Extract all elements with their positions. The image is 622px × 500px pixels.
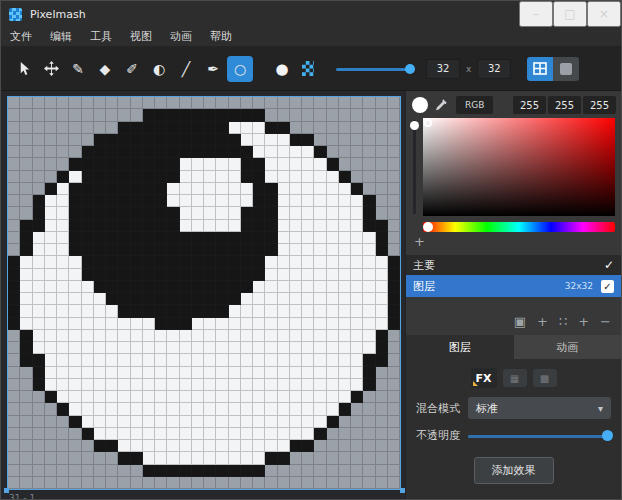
layer-options-button[interactable]: ∷: [559, 315, 567, 328]
tab-layers[interactable]: 图层: [406, 335, 514, 359]
pixel: [363, 146, 375, 158]
pixel: [20, 354, 32, 366]
add-effect-button[interactable]: 添加效果: [474, 457, 554, 484]
pixel: [180, 318, 192, 330]
dither-pattern-button[interactable]: [296, 57, 320, 81]
pixel: [118, 281, 130, 293]
pixel: [131, 428, 143, 440]
pixel-canvas[interactable]: [7, 96, 401, 490]
pixel: [290, 293, 302, 305]
tool-pen[interactable]: ✒: [200, 56, 226, 82]
pixel: [167, 330, 179, 342]
color-cursor[interactable]: [424, 119, 432, 127]
pixel: [376, 330, 388, 342]
slider-knob[interactable]: [405, 64, 415, 74]
color-mode-button[interactable]: RGB: [456, 96, 493, 114]
minimize-button[interactable]: –: [519, 1, 553, 27]
fill-color-button[interactable]: ●: [270, 57, 294, 81]
pixel: [314, 428, 326, 440]
menu-item-view[interactable]: 视图: [121, 27, 161, 46]
pixel: [20, 342, 32, 354]
pixel: [180, 183, 192, 195]
pixel: [339, 134, 351, 146]
opacity-slider[interactable]: [468, 429, 611, 443]
fx-button[interactable]: FX: [471, 368, 497, 388]
pixel: [229, 318, 241, 330]
pixel: [167, 305, 179, 317]
menu-item-file[interactable]: 文件: [1, 27, 41, 46]
tool-move[interactable]: [38, 56, 64, 82]
green-value-field[interactable]: 255: [548, 96, 581, 114]
add-swatch-button[interactable]: +: [414, 235, 425, 248]
tool-brush[interactable]: ✐: [119, 56, 145, 82]
hue-knob[interactable]: [423, 222, 433, 232]
layer-row-selected[interactable]: 图层 32x32 ✓: [406, 275, 621, 297]
pixel: [45, 195, 57, 207]
effect-pattern-button[interactable]: ▩: [533, 369, 557, 387]
menu-item-edit[interactable]: 编辑: [41, 27, 81, 46]
effect-grid-button[interactable]: ▦: [503, 369, 527, 387]
pixel: [118, 293, 130, 305]
pixel: [351, 428, 363, 440]
solid-circle-icon: ●: [275, 60, 288, 78]
add-layer-button[interactable]: +: [537, 315, 548, 328]
pixel: [131, 195, 143, 207]
pixel: [57, 195, 69, 207]
pixel: [69, 109, 81, 121]
tool-fill[interactable]: ◐: [146, 56, 172, 82]
pixel: [265, 452, 277, 464]
canvas-width-input[interactable]: [426, 59, 460, 79]
pixel: [302, 330, 314, 342]
brightness-slider[interactable]: [410, 118, 419, 216]
pixel: [216, 354, 228, 366]
tool-select[interactable]: [11, 56, 37, 82]
pixel: [118, 244, 130, 256]
pixel: [106, 220, 118, 232]
maximize-button[interactable]: □: [553, 1, 587, 27]
menu-item-animation[interactable]: 动画: [161, 27, 201, 46]
pixel: [131, 391, 143, 403]
close-button[interactable]: ×: [587, 1, 621, 27]
eyedropper-button[interactable]: [433, 97, 449, 113]
saturation-value-box[interactable]: [423, 118, 615, 216]
tab-animation[interactable]: 动画: [514, 335, 622, 359]
duplicate-layer-button[interactable]: ▣: [514, 315, 526, 328]
pixel: [241, 122, 253, 134]
blend-mode-select[interactable]: 标准 ▾: [468, 397, 611, 419]
pixel: [204, 195, 216, 207]
pixel: [8, 97, 20, 109]
pixel: [8, 269, 20, 281]
pixel: [131, 305, 143, 317]
current-color-swatch[interactable]: [412, 97, 428, 113]
canvas-height-input[interactable]: [477, 59, 511, 79]
selection-handle[interactable]: [400, 488, 405, 493]
plain-view-button[interactable]: [553, 57, 579, 81]
hue-slider[interactable]: [423, 222, 615, 232]
slider-knob[interactable]: [410, 121, 419, 130]
tool-line[interactable]: ╱: [173, 56, 199, 82]
grid-view-button[interactable]: [527, 57, 553, 81]
add-group-button[interactable]: +: [578, 315, 589, 328]
pixel: [192, 232, 204, 244]
red-value-field[interactable]: 255: [513, 96, 546, 114]
menu-item-help[interactable]: 帮助: [201, 27, 241, 46]
layer-row-main[interactable]: 主要 ✓: [406, 255, 621, 275]
tool-eraser[interactable]: ◆: [92, 56, 118, 82]
tool-ellipse[interactable]: ○: [227, 56, 253, 82]
visibility-checkbox[interactable]: ✓: [601, 280, 614, 293]
menu-item-tools[interactable]: 工具: [81, 27, 121, 46]
pixel: [167, 477, 179, 489]
slider-knob[interactable]: [602, 430, 613, 441]
pixel: [167, 134, 179, 146]
pixel: [45, 97, 57, 109]
pixel: [278, 256, 290, 268]
pixel: [8, 477, 20, 489]
blue-value-field[interactable]: 255: [583, 96, 616, 114]
pixel: [57, 122, 69, 134]
visibility-check-icon[interactable]: ✓: [604, 258, 614, 272]
delete-layer-button[interactable]: −: [600, 315, 611, 328]
brush-size-slider[interactable]: [336, 62, 414, 76]
tool-pencil[interactable]: ✎: [65, 56, 91, 82]
pixel: [33, 391, 45, 403]
pixel: [278, 318, 290, 330]
